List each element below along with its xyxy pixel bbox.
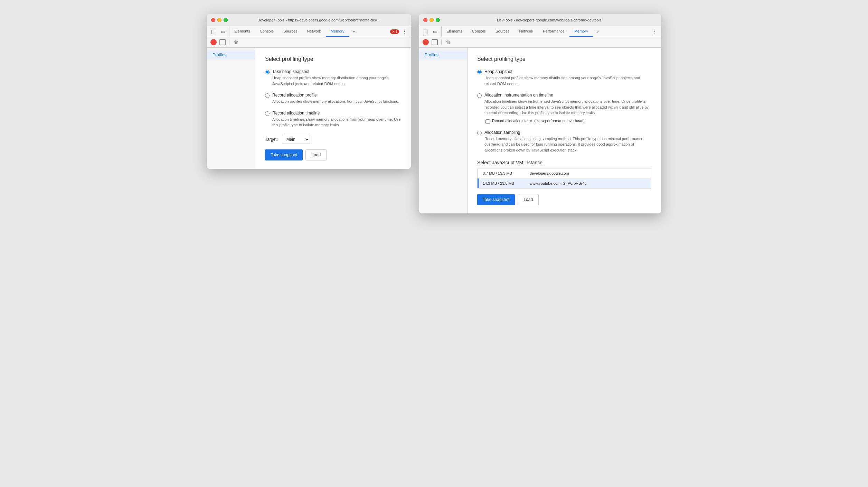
record-button-left[interactable] [210,39,217,45]
option-alloc-instrumentation-right[interactable]: Allocation instrumentation on timeline A… [477,93,651,124]
record-button-right[interactable] [423,39,429,45]
clear-button-left[interactable]: 🗑 [233,39,239,45]
checkbox-label-right: Record allocation stacks (extra performa… [492,119,585,123]
tab-network-right[interactable]: Network [515,26,538,37]
radio-desc-alloc-profile-left: Allocation profiles show memory allocati… [272,99,399,104]
load-button-right[interactable]: Load [518,194,539,205]
clear-button-right[interactable]: 🗑 [445,39,451,45]
toolbar-right: ⬚ ▭ Elements Console Sources Network Per… [419,26,661,37]
radio-title-alloc-timeline-left: Record allocation timeline [272,111,401,116]
tab-console-right[interactable]: Console [467,26,491,37]
vm-memory-1: 14.3 MB / 23.8 MB [483,181,524,185]
tab-network-left[interactable]: Network [302,26,326,37]
radio-alloc-profile-left[interactable] [265,93,270,98]
vm-memory-0: 8.7 MB / 13.3 MB [483,171,524,175]
more-options-icon-left[interactable]: ⋮ [401,28,408,35]
radio-desc-heap-right: Heap snapshot profiles show memory distr… [484,75,651,86]
stop-button-left[interactable] [219,39,226,45]
tab-sources-left[interactable]: Sources [279,26,302,37]
checkbox-row-right: Record allocation stacks (extra performa… [485,119,651,124]
option-heap-snapshot-right[interactable]: Heap snapshot Heap snapshot profiles sho… [477,69,651,86]
traffic-lights-right [423,18,440,22]
tab-sources-right[interactable]: Sources [491,26,514,37]
vm-row-0[interactable]: 8.7 MB / 13.3 MB developers.google.com [478,168,651,178]
tab-more-left[interactable]: » [349,26,359,37]
content-left: Select profiling type Take heap snapshot… [255,48,411,169]
take-snapshot-button-right[interactable]: Take snapshot [477,194,515,205]
tab-memory-left[interactable]: Memory [326,26,349,37]
maximize-button-right[interactable] [436,18,440,22]
action-bar-right: 🗑 [419,37,661,48]
traffic-lights-left [211,18,228,22]
option-alloc-profile-left[interactable]: Record allocation profile Allocation pro… [265,93,401,104]
more-options-icon-right[interactable]: ⋮ [651,28,658,35]
load-button-left[interactable]: Load [305,149,327,160]
radio-alloc-timeline-left[interactable] [265,111,270,116]
radio-alloc-sampling-right[interactable] [477,131,482,135]
option-alloc-sampling-right[interactable]: Allocation sampling Record memory alloca… [477,130,651,153]
vm-table: 8.7 MB / 13.3 MB developers.google.com 1… [477,168,651,189]
devtools-window-right: DevTools - developers.google.com/web/too… [419,14,661,213]
tab-more-right[interactable]: » [593,26,602,37]
target-row-left: Target: Main [265,135,401,144]
window-title-right: DevTools - developers.google.com/web/too… [443,18,657,22]
btn-row-left: Take snapshot Load [265,149,401,160]
tab-elements-right[interactable]: Elements [442,26,467,37]
radio-heap-snapshot-left[interactable] [265,70,270,74]
minimize-button-right[interactable] [430,18,434,22]
option-alloc-timeline-left[interactable]: Record allocation timeline Allocation ti… [265,111,401,128]
sidebar-left: Profiles [207,48,255,169]
option-heap-snapshot-left[interactable]: Take heap snapshot Heap snapshot profile… [265,69,401,86]
maximize-button-left[interactable] [224,18,228,22]
toolbar-icons-right: ⬚ ▭ [419,26,442,37]
title-bar-right: DevTools - developers.google.com/web/too… [419,14,661,26]
target-select-left[interactable]: Main [282,135,310,144]
close-button-left[interactable] [211,18,215,22]
inspect-icon[interactable]: ⬚ [210,28,217,35]
toolbar-icons-left: ⬚ ▭ [207,26,229,37]
close-button-right[interactable] [423,18,427,22]
btn-row-right: Take snapshot Load [477,194,651,205]
content-right: Select profiling type Heap snapshot Heap… [468,48,661,213]
vm-section-title: Select JavaScript VM instance [477,160,651,165]
radio-title-alloc-sampling-right: Allocation sampling [484,130,651,135]
stop-button-right[interactable] [432,39,438,45]
sidebar-item-profiles-right[interactable]: Profiles [419,50,467,59]
toolbar-left: ⬚ ▭ Elements Console Sources Network Mem… [207,26,411,37]
window-title-left: Developer Tools - https://developers.goo… [230,18,407,22]
radio-heap-snapshot-right[interactable] [477,70,482,74]
error-badge-left: ✕ 1 [390,29,399,34]
toolbar-right-left: ✕ 1 ⋮ [387,26,411,37]
tab-elements-left[interactable]: Elements [229,26,255,37]
vm-url-0: developers.google.com [530,171,569,175]
radio-title-heap-left: Take heap snapshot [272,69,401,74]
toolbar-right-right: ⋮ [649,26,661,37]
tab-memory-right[interactable]: Memory [569,26,593,37]
radio-desc-alloc-timeline-left: Allocation timelines show memory allocat… [272,117,401,128]
take-snapshot-button-left[interactable]: Take snapshot [265,149,303,160]
sidebar-right: Profiles [419,48,468,213]
tab-performance-right[interactable]: Performance [538,26,569,37]
device-icon-right[interactable]: ▭ [432,28,438,35]
device-icon[interactable]: ▭ [219,28,226,35]
radio-title-heap-right: Heap snapshot [484,69,651,74]
inspect-icon-right[interactable]: ⬚ [422,28,429,35]
section-title-right: Select profiling type [477,56,651,62]
checkbox-alloc-stacks-right[interactable] [485,119,490,124]
title-bar-left: Developer Tools - https://developers.goo… [207,14,411,26]
tabs-right: Elements Console Sources Network Perform… [442,26,649,37]
radio-desc-heap-left: Heap snapshot profiles show memory distr… [272,75,401,86]
error-icon: ✕ [392,30,395,34]
section-title-left: Select profiling type [265,56,401,62]
radio-alloc-instr-right[interactable] [477,93,482,98]
sidebar-item-profiles-left[interactable]: Profiles [207,50,255,59]
devtools-body-right: Profiles Select profiling type Heap snap… [419,48,661,213]
minimize-button-left[interactable] [217,18,221,22]
tab-console-left[interactable]: Console [255,26,279,37]
devtools-body-left: Profiles Select profiling type Take heap… [207,48,411,169]
target-label-left: Target: [265,137,278,142]
radio-desc-alloc-sampling-right: Record memory allocations using sampling… [484,136,651,153]
vm-row-1[interactable]: 14.3 MB / 23.8 MB www.youtube.com: G_P6r… [478,178,651,188]
tabs-left: Elements Console Sources Network Memory … [229,26,387,37]
action-bar-left: 🗑 [207,37,411,48]
